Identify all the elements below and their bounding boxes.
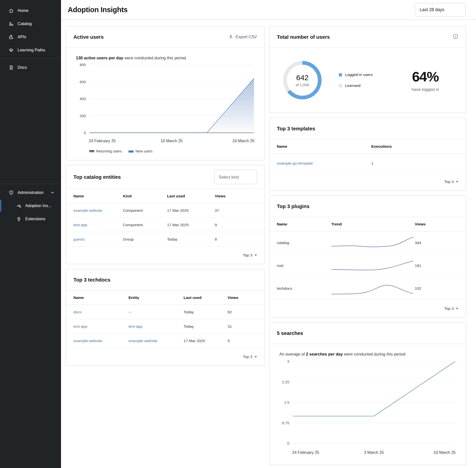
select-kind-placeholder: Select kind <box>219 175 239 180</box>
sidebar: Home Catalog APIs Learning Paths Docs <box>0 0 61 468</box>
legend-swatch <box>339 84 342 87</box>
top-techdocs-card: Top 3 techdocs NameEntityLast usedViews … <box>66 269 265 366</box>
card-title: 5 searches <box>277 330 303 336</box>
svg-text:600: 600 <box>80 80 86 84</box>
sidebar-item-catalog[interactable]: Catalog <box>0 17 61 30</box>
sidebar-item-apis[interactable]: APIs <box>0 30 61 43</box>
caret-down-icon <box>254 356 257 358</box>
card-title: Top 3 plugins <box>277 203 310 209</box>
svg-text:1.5: 1.5 <box>284 400 289 404</box>
sidebar-item-docs[interactable]: Docs <box>0 61 61 74</box>
learning-paths-icon <box>8 47 14 53</box>
legend-logged-in-users: Logged-in users <box>339 72 373 77</box>
sidebar-item-administration[interactable]: Administration <box>0 186 61 199</box>
legend-new-users[interactable]: New users <box>128 149 153 153</box>
top3-select[interactable]: Top 3 <box>444 306 454 311</box>
legend-returning-users[interactable]: Returning users <box>89 149 122 153</box>
total-users-card: Total number of users 642 of 1,000 <box>269 26 466 113</box>
sidebar-item-learning-paths[interactable]: Learning Paths <box>0 43 61 57</box>
sidebar-item-label: Docs <box>18 65 27 70</box>
techdoc-link[interactable]: docs <box>73 310 128 314</box>
svg-text:24 March 25: 24 March 25 <box>232 139 254 143</box>
table-row: example-website example-website 17 Mar 2… <box>66 334 264 348</box>
legend-licensed: Licensed <box>339 83 373 88</box>
date-range-select[interactable]: Last 28 days <box>415 3 466 17</box>
top-templates-card: Top 3 templates NameExecutions example-g… <box>269 118 466 191</box>
searches-summary: An average of 2 searches per day were co… <box>279 352 458 357</box>
sidebar-item-home[interactable]: Home <box>0 4 61 17</box>
home-icon <box>8 8 14 14</box>
sidebar-divider <box>0 59 61 59</box>
catalog-icon <box>8 21 14 27</box>
sidebar-item-label: Learning Paths <box>18 48 45 52</box>
svg-text:24 February 25: 24 February 25 <box>292 450 319 455</box>
active-users-chart: 020040060080024 February 2510 March 2524… <box>73 61 257 145</box>
caret-down-icon <box>456 308 458 309</box>
table-header-row: NameKindLast usedViews <box>66 189 264 203</box>
table-row: example-website Component 17 Mar 2025 37 <box>66 203 264 218</box>
table-header-row: NameEntityLast usedViews <box>66 290 264 305</box>
svg-text:2.25: 2.25 <box>282 380 289 384</box>
techdoc-link[interactable]: test-app <box>73 324 128 329</box>
techdoc-link[interactable]: example-website <box>73 339 128 343</box>
sidebar-item-label: Catalog <box>18 21 32 26</box>
table-row: example-go-template 1 <box>269 154 466 173</box>
svg-text:3: 3 <box>287 359 289 363</box>
template-link[interactable]: example-go-template <box>277 161 371 166</box>
licensed-total: of 1,000 <box>296 83 309 87</box>
entity-link[interactable]: example-website <box>128 339 184 343</box>
svg-text:800: 800 <box>80 63 86 67</box>
entity-link[interactable]: test-app <box>128 324 184 329</box>
svg-text:0.75: 0.75 <box>282 421 289 425</box>
sidebar-item-adoption-insights[interactable]: Adoption Ins... <box>0 199 61 212</box>
sidebar-item-label: Home <box>18 8 29 13</box>
sidebar-item-label: APIs <box>18 35 26 39</box>
top-plugins-card: Top 3 plugins NameTrendViews catalog 344… <box>269 195 466 318</box>
table-row: root 181 <box>269 254 466 277</box>
info-icon[interactable] <box>453 34 458 40</box>
table-row: test-app test-app Today 31 <box>66 319 264 334</box>
sidebar-item-extensions[interactable]: Extensions <box>0 212 61 225</box>
docs-icon <box>8 65 14 71</box>
logged-in-caption: have logged in <box>412 87 439 92</box>
top3-select[interactable]: Top 3 <box>243 253 252 257</box>
trend-sparkline <box>331 281 413 296</box>
adoption-insights-icon <box>16 203 22 209</box>
table-row: docs -- Today 62 <box>66 305 264 319</box>
top3-select[interactable]: Top 3 <box>243 355 252 359</box>
active-users-card: Active users Export CSV 130 active users… <box>66 26 265 160</box>
top-catalog-entities-card: Top catalog entities Select kind NameKin… <box>66 165 265 264</box>
select-kind-dropdown[interactable]: Select kind <box>214 170 257 184</box>
top3-select[interactable]: Top 3 <box>444 180 454 184</box>
apis-icon <box>8 34 14 40</box>
page-title: Adoption Insights <box>68 6 127 14</box>
svg-text:0: 0 <box>287 441 289 445</box>
export-csv-label: Export CSV <box>236 35 257 39</box>
card-title: Top catalog entities <box>73 174 121 180</box>
export-csv-button[interactable]: Export CSV <box>228 34 257 40</box>
page-header: Adoption Insights Last 28 days <box>61 0 476 20</box>
entity-link[interactable]: guests <box>73 237 123 242</box>
entity-link[interactable]: example-website <box>73 208 123 213</box>
svg-text:10 March 25: 10 March 25 <box>161 139 183 143</box>
shield-icon <box>8 190 14 196</box>
chevron-down-icon <box>51 191 54 194</box>
svg-text:3 March 25: 3 March 25 <box>364 450 384 455</box>
logged-in-percentage: 64% <box>412 69 439 85</box>
searches-card: 5 searches An average of 2 searches per … <box>269 322 466 465</box>
legend-swatch <box>339 73 342 76</box>
donut-legend: Logged-in users Licensed <box>339 72 373 88</box>
table-header-row: NameExecutions <box>269 139 466 154</box>
table-row: test-app Component 17 Mar 2025 9 <box>66 218 264 232</box>
entity-link[interactable]: test-app <box>73 223 123 227</box>
sidebar-item-label: Administration <box>18 190 44 195</box>
svg-text:10 March 25: 10 March 25 <box>434 450 456 455</box>
card-title: Total number of users <box>277 34 330 40</box>
sidebar-divider <box>0 184 61 184</box>
svg-text:200: 200 <box>80 114 86 118</box>
sidebar-item-label: Extensions <box>25 216 45 221</box>
date-range-value: Last 28 days <box>420 7 444 12</box>
table-row: techdocs 102 <box>269 277 466 300</box>
active-indicator <box>0 200 1 212</box>
trend-sparkline <box>331 235 413 251</box>
